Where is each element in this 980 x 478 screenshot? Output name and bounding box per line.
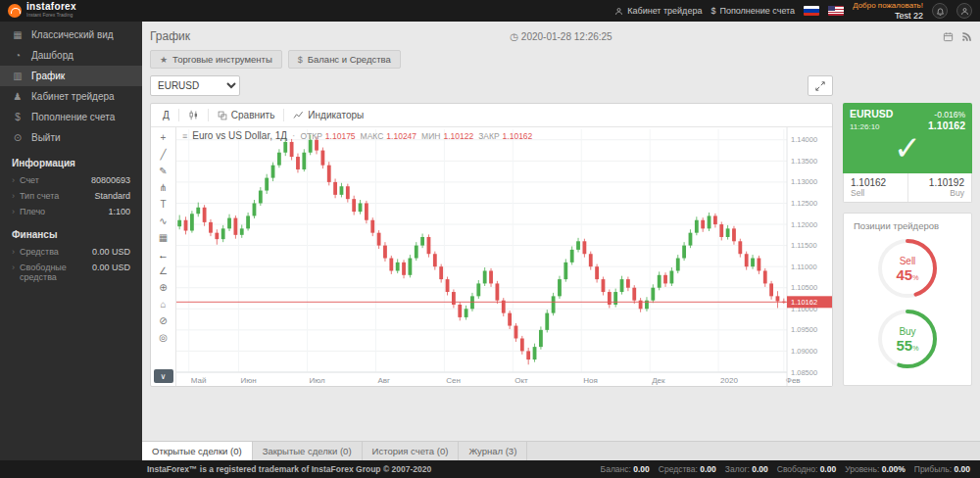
svg-text:1.14000: 1.14000: [791, 135, 817, 144]
balance-funds-label: Баланс и Средства: [308, 54, 391, 65]
sell-price: 1.10162: [851, 177, 901, 188]
svg-text:1.12000: 1.12000: [791, 220, 817, 229]
profit-label: Прибыль:: [914, 464, 952, 474]
sidebar-item-label: Кабинет трейдера: [31, 91, 115, 102]
compare-button[interactable]: Сравнить: [212, 108, 281, 122]
sidebar-item-classic-view[interactable]: ▦ Классический вид: [0, 24, 142, 45]
trader-cabinet-button[interactable]: Кабинет трейдера: [614, 6, 702, 16]
svg-text:1.10500: 1.10500: [791, 283, 817, 292]
crosshair-tool[interactable]: +: [154, 129, 173, 146]
person-icon: [614, 7, 623, 16]
trading-instruments-button[interactable]: ★ Торговые инструменты: [150, 50, 282, 69]
pattern-tool[interactable]: ▦: [154, 229, 173, 246]
sidebar-item-label: Дашборд: [31, 50, 74, 61]
buy-donut: Buy 55%: [850, 307, 965, 371]
rss-icon: [961, 31, 972, 42]
svg-text:Сен: Сен: [446, 376, 461, 385]
svg-text:1.13000: 1.13000: [791, 177, 817, 186]
anchor-tool[interactable]: ⌂: [154, 296, 173, 312]
trader-positions-card: Позиции трейдеров Sell 45%: [843, 213, 972, 386]
status-bar: InstaForex™ is a registered trademark of…: [0, 460, 980, 478]
measure-tool[interactable]: ∠: [154, 263, 173, 279]
magnet-tool[interactable]: ←: [154, 246, 173, 263]
open-value: 1.10175: [325, 131, 356, 141]
candlestick-chart[interactable]: 1.085001.090001.095001.100001.105001.110…: [176, 127, 832, 386]
open-label: ОТКР: [300, 131, 321, 141]
trademark-text: InstaForex™ is a registered trademark of…: [147, 464, 431, 474]
quote-symbol: EURUSD: [850, 108, 893, 120]
russian-flag-icon[interactable]: [804, 6, 819, 16]
svg-text:1.11000: 1.11000: [791, 263, 817, 271]
svg-text:Июл: Июл: [310, 376, 326, 385]
toolbar-divider: [178, 109, 179, 121]
brand-text: instaforex Instant Forex Trading: [26, 3, 76, 19]
symbol-select[interactable]: EURUSD: [150, 75, 240, 96]
sell-button[interactable]: 1.10162 Sell: [844, 173, 907, 202]
svg-text:Фев: Фев: [786, 376, 801, 385]
text-tool[interactable]: T: [154, 196, 173, 213]
eye-tool[interactable]: ◎: [154, 329, 173, 346]
bell-icon: [936, 7, 945, 16]
power-icon: ⊙: [12, 132, 24, 143]
expand-icon: [815, 81, 825, 91]
profit-value: 0.00: [954, 464, 970, 474]
sidebar-item-deposit[interactable]: $ Пополнение счета: [0, 107, 142, 127]
svg-text:Дек: Дек: [652, 376, 665, 385]
leverage-label: Плечо: [20, 207, 45, 216]
quote-card[interactable]: EURUSD -0.016% 11:26:10 1.10162 ✓: [843, 103, 972, 173]
wave-pattern-tool[interactable]: ∿: [154, 213, 173, 229]
tab-account-history[interactable]: История счета (0): [363, 442, 460, 460]
chart-style-button[interactable]: [182, 108, 205, 122]
margin-level-value: 0.00%: [882, 464, 906, 474]
calendar-button[interactable]: [943, 31, 954, 42]
buy-label: Buy: [915, 188, 965, 198]
sidebar-item-chart[interactable]: ▥ График: [0, 66, 142, 86]
account-type-label: Тип счета: [20, 191, 59, 201]
balance-funds-button[interactable]: $ Баланс и Средства: [288, 50, 401, 69]
equity-value: 0.00: [700, 464, 716, 474]
notifications-button[interactable]: [932, 3, 948, 19]
fullscreen-button[interactable]: [808, 75, 833, 96]
us-flag-icon[interactable]: [828, 6, 844, 16]
tab-open-trades[interactable]: Открытые сделки (0): [142, 442, 253, 460]
grid-icon: ▦: [12, 29, 24, 40]
star-icon: ★: [160, 55, 168, 65]
indicator-zigzag-icon: [293, 111, 304, 120]
sidebar-item-trader-cabinet[interactable]: ♟ Кабинет трейдера: [0, 86, 142, 107]
interval-button[interactable]: Д: [157, 108, 175, 122]
clock-icon: ◷: [510, 31, 518, 42]
zoom-tool[interactable]: ⊕: [154, 279, 173, 296]
sidebar-item-logout[interactable]: ⊙ Выйти: [0, 127, 142, 148]
profile-button[interactable]: [956, 3, 972, 19]
legend-separator: ·: [292, 130, 295, 141]
svg-text:1.11500: 1.11500: [791, 241, 817, 250]
indicators-button[interactable]: Индикаторы: [287, 108, 369, 122]
svg-text:1.09000: 1.09000: [791, 347, 817, 356]
lock-tool[interactable]: ⊘: [154, 312, 173, 329]
buy-button[interactable]: 1.10192 Buy: [907, 173, 972, 202]
trendline-tool[interactable]: ╱: [154, 146, 173, 163]
pitchfork-tool[interactable]: ⋔: [154, 179, 173, 196]
brand-logo[interactable]: instaforex Instant Forex Trading: [8, 3, 76, 19]
chevron-icon: ›: [12, 207, 15, 216]
rss-button[interactable]: [961, 31, 972, 42]
svg-text:Май: Май: [191, 376, 207, 385]
tab-closed-trades[interactable]: Закрытые сделки (0): [253, 442, 363, 460]
candles-icon: [188, 110, 199, 120]
svg-text:Июн: Июн: [241, 376, 257, 385]
leverage-row: ›Плечо 1:100: [0, 204, 142, 219]
chevron-icon: ›: [12, 191, 15, 201]
instrument-title: Euro vs US Dollar, 1Д: [192, 130, 287, 141]
info-section-header: Информация: [0, 148, 142, 172]
sidebar-item-dashboard[interactable]: ◔ Дашборд: [0, 45, 142, 66]
deposit-label: Пополнение счета: [719, 6, 795, 16]
margin-label: Залог:: [725, 464, 750, 474]
brush-tool[interactable]: ✎: [154, 163, 173, 179]
collapse-tools-button[interactable]: ∨: [154, 369, 173, 383]
tab-journal[interactable]: Журнал (3): [459, 442, 527, 460]
high-value: 1.10247: [386, 131, 416, 141]
low-value: 1.10122: [443, 131, 473, 141]
legend-menu-icon[interactable]: ≡: [182, 131, 187, 141]
margin-level-label: Уровень:: [845, 464, 879, 474]
deposit-button[interactable]: $ Пополнение счета: [710, 6, 795, 16]
